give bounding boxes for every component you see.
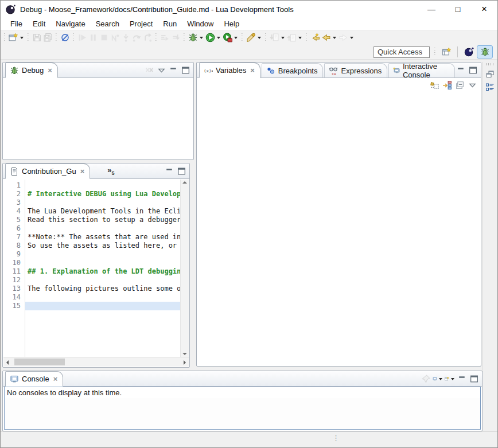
debug-button[interactable] [188,32,205,44]
previous-annotation-button[interactable] [286,32,304,44]
external-tools-button[interactable] [222,32,239,44]
tab-contribution-gu[interactable]: Contribution_Gu× [5,163,90,179]
drop-to-frame-button[interactable] [170,32,181,44]
tab-breakpoints[interactable]: Breakpoints [262,63,324,77]
menu-edit[interactable]: Edit [28,18,50,29]
maximize-view-button[interactable] [468,372,480,385]
dropdown-arrow-icon[interactable] [234,37,238,41]
debug-perspective-button[interactable] [477,45,493,59]
tab-variables[interactable]: (x)=Variables× [199,63,260,78]
lua-perspective-button[interactable] [461,45,477,59]
last-edit-location-button[interactable] [310,32,321,44]
use-step-filters-button[interactable] [159,32,170,44]
dropdown-arrow-icon[interactable] [333,37,336,41]
dropdown-arrow-icon[interactable] [200,37,203,41]
tab-debug[interactable]: Debug× [5,63,58,78]
open-perspective-button[interactable] [438,45,454,59]
dropdown-arrow-icon[interactable] [217,37,220,41]
menu-file[interactable]: File [5,18,28,29]
minimize-view-button[interactable] [455,64,467,76]
view-menu-button[interactable] [466,79,478,92]
scroll-up-icon[interactable] [182,181,187,184]
scroll-right-icon[interactable] [184,360,186,365]
display-selected-console-button[interactable] [432,372,444,385]
variables-view-content[interactable] [197,92,480,365]
horizontal-scrollbar[interactable] [3,357,189,367]
outline-view-button[interactable] [484,81,496,93]
save-button[interactable] [32,32,42,44]
menu-help[interactable]: Help [219,18,244,29]
line-number-gutter[interactable]: 123456789101112131415 [3,180,25,357]
scrollbar-thumb[interactable] [14,359,65,365]
maximize-window-button[interactable]: □ [445,1,471,18]
dropdown-arrow-icon[interactable] [258,37,261,41]
skip-all-breakpoints-button[interactable] [60,32,71,44]
pin-console-icon [421,374,431,384]
menu-window[interactable]: Window [182,18,219,29]
menu-project[interactable]: Project [124,18,158,29]
code-editor-area[interactable]: # Interactive DEBUG using Lua DevelopThe… [25,180,180,357]
close-icon[interactable]: × [48,66,52,75]
next-annotation-button[interactable] [269,32,286,44]
open-console-button[interactable] [444,372,456,385]
disconnect-icon [110,33,120,42]
disconnect-button[interactable] [110,32,120,44]
back-button[interactable] [321,32,338,44]
minimize-window-button[interactable]: — [418,1,445,18]
minimize-view-button[interactable] [456,372,468,385]
remove-terminated-icon [145,65,154,75]
sash-drag-handle-icon[interactable] [332,434,340,442]
show-type-names-button[interactable] [428,79,441,92]
close-icon[interactable]: × [53,375,58,383]
debug-view-content[interactable] [3,79,193,159]
dropdown-arrow-icon[interactable] [439,378,442,382]
minimize-view-button[interactable] [164,165,176,177]
dropdown-arrow-icon[interactable] [451,378,454,382]
restore-view-button[interactable] [484,68,496,80]
save-all-button[interactable] [42,32,53,44]
console-content[interactable]: No consoles to display at this time. [4,387,481,430]
hidden-editors-chevron[interactable]: »5 [107,166,114,176]
terminate-button[interactable] [99,32,110,44]
resume-button[interactable] [77,32,88,44]
tab-console[interactable]: Console× [5,371,63,387]
vertical-scrollbar[interactable] [180,180,189,357]
code-line [25,259,180,267]
forward-button[interactable] [338,32,355,44]
pin-console-button[interactable] [420,372,432,385]
menu-search[interactable]: Search [91,18,124,29]
suspend-button[interactable] [88,32,99,44]
dropdown-arrow-icon[interactable] [298,37,302,41]
scroll-down-icon[interactable] [182,353,187,355]
step-into-button[interactable] [120,32,131,44]
close-icon[interactable]: × [80,167,85,176]
dropdown-arrow-icon[interactable] [350,37,353,41]
show-logical-structure-button[interactable] [441,79,453,92]
menu-run[interactable]: Run [158,18,182,29]
remove-all-terminated-button[interactable] [143,64,155,76]
maximize-view-button[interactable] [176,165,188,177]
step-over-button[interactable] [131,32,142,44]
close-icon[interactable]: × [250,66,255,75]
new-wizard-button[interactable] [8,32,25,44]
scroll-left-icon[interactable] [6,360,9,365]
tab-interactive-console[interactable]: Interactive Console [388,63,455,77]
step-return-button[interactable] [142,32,153,44]
quick-access-box[interactable]: Quick Access [374,46,430,58]
console-message: No consoles to display at this time. [5,387,480,398]
code-line [25,224,180,233]
fast-view-drag-handle[interactable] [486,63,494,65]
menu-navigate[interactable]: Navigate [50,18,90,29]
highlighter-button[interactable] [246,32,263,44]
maximize-view-button[interactable] [467,64,479,76]
view-menu-button[interactable] [155,64,168,76]
collapse-all-button[interactable] [453,79,466,92]
close-window-button[interactable]: × [471,1,497,18]
tab-expressions[interactable]: x=Expressions [324,63,387,77]
minimize-view-button[interactable] [168,64,180,76]
maximize-view-button[interactable] [180,64,192,76]
dropdown-arrow-icon[interactable] [281,37,285,41]
run-button[interactable] [205,32,222,44]
console-view-header: Console× [3,371,482,387]
dropdown-arrow-icon[interactable] [20,37,24,41]
